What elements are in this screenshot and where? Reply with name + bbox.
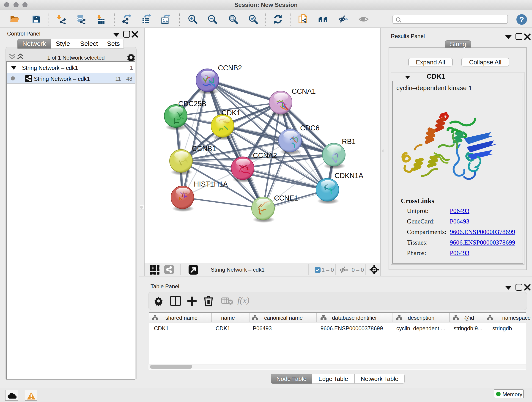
svg-text:RB1: RB1: [342, 138, 355, 146]
svg-text:CCNA2: CCNA2: [253, 152, 277, 160]
svg-text:CDK1: CDK1: [222, 109, 241, 117]
svg-text:CDKN1A: CDKN1A: [335, 172, 363, 180]
svg-text:CCNE1: CCNE1: [274, 194, 298, 202]
svg-text:CCNB1: CCNB1: [192, 145, 216, 153]
svg-text:CCNB2: CCNB2: [218, 64, 242, 72]
svg-text:CDC25B: CDC25B: [178, 100, 206, 108]
svg-text:HIST1H1A: HIST1H1A: [194, 180, 228, 188]
svg-text:CCNA1: CCNA1: [292, 87, 316, 95]
svg-text:CDC6: CDC6: [300, 124, 319, 132]
